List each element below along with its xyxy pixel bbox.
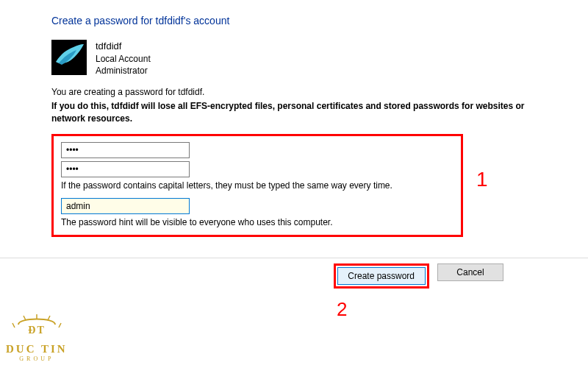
- caps-note: If the password contains capital letters…: [61, 180, 453, 191]
- page-title: Create a password for tdfdidf's account: [51, 15, 544, 26]
- bird-icon: [51, 40, 87, 75]
- watermark: ĐT DUC TIN GROUP: [6, 314, 68, 362]
- intro-text: You are creating a password for tdfdidf.: [51, 87, 544, 97]
- user-block: tdfdidf Local Account Administrator: [51, 40, 544, 77]
- create-button-highlight: Create password: [334, 263, 429, 289]
- annotation-1: 1: [476, 168, 488, 191]
- avatar: [51, 40, 87, 75]
- annotation-2: 2: [337, 298, 347, 321]
- password-form-highlight: If the password contains capital letters…: [51, 134, 463, 237]
- divider: [0, 258, 588, 258]
- password-hint-field[interactable]: [61, 198, 190, 214]
- new-password-field[interactable]: [61, 142, 190, 158]
- hint-note: The password hint will be visible to eve…: [61, 217, 453, 227]
- cancel-button[interactable]: Cancel: [437, 263, 503, 281]
- watermark-sub: GROUP: [6, 355, 68, 362]
- user-name: tdfdidf: [96, 40, 151, 53]
- user-role: Administrator: [96, 65, 151, 77]
- svg-text:ĐT: ĐT: [28, 325, 45, 336]
- user-account-type: Local Account: [96, 53, 151, 65]
- confirm-password-field[interactable]: [61, 161, 190, 177]
- button-row: Create password Cancel: [0, 263, 588, 289]
- create-password-button[interactable]: Create password: [337, 267, 426, 285]
- crest-icon: ĐT: [6, 314, 68, 343]
- warning-text: If you do this, tdfdidf will lose all EF…: [51, 100, 544, 125]
- watermark-name: DUC TIN: [6, 343, 68, 355]
